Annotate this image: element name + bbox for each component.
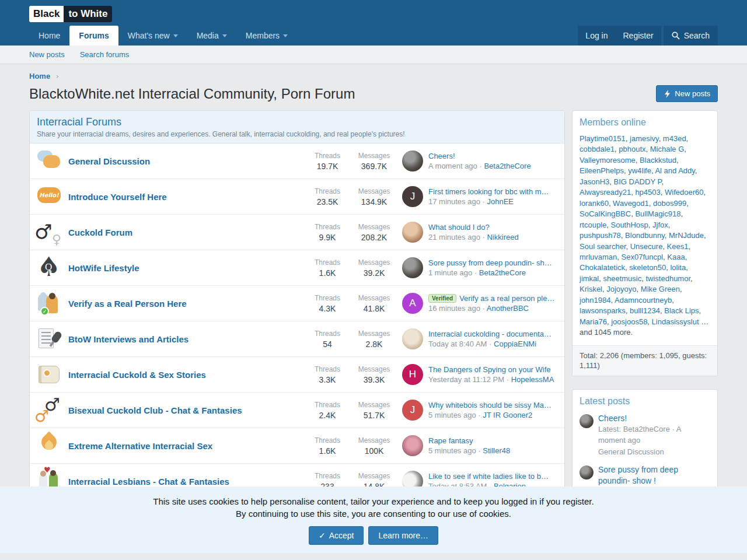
member-link[interactable]: MrNJdude [669, 231, 704, 240]
latest-post-user[interactable]: AnotherBBC [487, 304, 529, 313]
member-link[interactable]: Maria76 [580, 317, 607, 326]
member-link[interactable]: SouthHosp [610, 220, 648, 229]
latest-post-link[interactable]: First timers looking for bbc with m… [428, 187, 549, 196]
member-link[interactable]: EileenPhelps [580, 166, 624, 175]
avatar[interactable]: J [402, 400, 423, 421]
new-posts-button[interactable]: New posts [656, 85, 718, 102]
latest-post-user[interactable]: JohnEE [487, 197, 514, 206]
member-link[interactable]: Blondbunny [625, 231, 665, 240]
sidebar-latest-title[interactable]: Sore pussy from deep poundin- show ! [598, 465, 678, 485]
member-link[interactable]: m43ed [663, 134, 686, 143]
nav-tab-forums[interactable]: Forums [69, 26, 118, 46]
member-link[interactable]: Soul searcher [580, 242, 626, 251]
cookie-accept-button[interactable]: ✓ Accept [309, 526, 364, 545]
member-link[interactable]: Lindasissyslut [652, 317, 699, 326]
member-link[interactable]: JasonH3 [580, 177, 609, 186]
avatar[interactable] [402, 222, 423, 243]
member-link[interactable]: jamesivy [630, 134, 659, 143]
member-link[interactable]: Playtime0151 [580, 134, 626, 143]
latest-post-link[interactable]: Why whitebois should be sissy Ma… [428, 401, 551, 410]
member-link[interactable]: Jjfox [652, 220, 668, 229]
nav-tab-media[interactable]: Media [187, 26, 236, 46]
member-link[interactable]: Sex07funcpl [622, 253, 664, 261]
member-link[interactable]: hp4503 [635, 188, 660, 197]
member-link[interactable]: Jojoyoyo [606, 285, 636, 293]
forum-link[interactable]: HotWife Lifestyle [68, 263, 304, 273]
latest-post-link[interactable]: What should I do? [428, 223, 490, 232]
member-link[interactable]: BullMagic918 [635, 209, 680, 218]
search-button[interactable]: Search [664, 26, 718, 46]
avatar[interactable]: A [402, 293, 423, 314]
member-link[interactable]: twistedhumor [645, 274, 690, 283]
member-link[interactable]: lolita [670, 263, 686, 272]
member-link[interactable]: Blackkstud [640, 156, 676, 164]
avatar[interactable] [402, 257, 423, 278]
forum-link[interactable]: Cuckold Forum [68, 228, 304, 237]
member-link[interactable]: joosjoos58 [611, 317, 647, 326]
forum-link[interactable]: Extreme Alternative Interracial Sex [68, 441, 304, 451]
forum-link[interactable]: BtoW Interviews and Articles [68, 334, 304, 344]
latest-post-user[interactable]: Beta2theCore [479, 268, 526, 277]
forum-link[interactable]: Bisexual Cuckold Club - Chat & Fantasies [68, 405, 304, 415]
latest-post-link[interactable]: Like to see if white ladies like to b… [428, 472, 549, 481]
member-link[interactable]: Al and Addy [655, 166, 694, 175]
nav-tab-members[interactable]: Members [236, 26, 297, 46]
member-link[interactable]: Black Lips [664, 306, 699, 315]
member-link[interactable]: cobbdale1 [580, 145, 615, 153]
latest-post-user[interactable]: CoppiaENMi [494, 340, 536, 348]
avatar[interactable] [580, 466, 594, 480]
latest-post-link[interactable]: Rape fantasy [428, 436, 473, 445]
member-link[interactable]: Unsecure [630, 242, 663, 251]
nav-tab-what-s-new[interactable]: What's new [118, 26, 187, 46]
member-link[interactable]: Alwaysready21 [580, 188, 631, 197]
latest-post-user[interactable]: Beta2theCore [484, 162, 530, 170]
avatar[interactable]: H [402, 364, 423, 385]
forum-link[interactable]: Verify as a Real Person Here [68, 299, 304, 309]
forum-link[interactable]: General Discussion [68, 156, 304, 166]
site-logo[interactable]: Black to White [29, 6, 112, 22]
latest-post-user[interactable]: Stiller48 [483, 446, 510, 455]
login-link[interactable]: Log in [578, 26, 615, 46]
avatar[interactable] [402, 328, 423, 349]
member-link[interactable]: skeleton50 [629, 263, 666, 272]
forum-link[interactable]: Introduce Yourself Here [68, 192, 304, 202]
cookie-learn-more-button[interactable]: Learn more… [368, 526, 438, 545]
member-link[interactable]: bulll1234 [630, 306, 660, 315]
latest-post-link[interactable]: Sore pussy from deep poundin- sh… [428, 258, 552, 267]
member-link[interactable]: Mike Green [641, 285, 680, 293]
member-link[interactable]: Kriskel [580, 285, 602, 293]
member-link[interactable]: Chokalatetick [580, 263, 625, 272]
latest-post-user[interactable]: JT IR Gooner2 [483, 411, 532, 419]
member-link[interactable]: rtcouple [580, 220, 606, 229]
latest-post-link[interactable]: Verify as a real person ple… [459, 294, 554, 303]
forum-link[interactable]: Interracial Cuckold & Sex Stories [68, 370, 304, 380]
nav-tab-home[interactable]: Home [29, 26, 69, 46]
member-link[interactable]: Kaaa [667, 253, 685, 261]
member-link[interactable]: Kees1 [667, 242, 689, 251]
avatar[interactable] [402, 435, 423, 456]
subnav-link-search-forums[interactable]: Search forums [80, 50, 130, 59]
avatar[interactable]: J [402, 186, 423, 207]
member-link[interactable]: yw4life [628, 166, 651, 175]
subnav-link-new-posts[interactable]: New posts [29, 50, 65, 59]
member-link[interactable]: Wavegod1 [613, 199, 649, 208]
member-link[interactable]: sheetmusic [603, 274, 641, 283]
member-link[interactable]: jimkal [580, 274, 599, 283]
member-link[interactable]: Michale G [650, 145, 685, 153]
member-link[interactable]: Adamncourtneyb [615, 296, 672, 304]
avatar[interactable] [402, 150, 423, 172]
forum-link[interactable]: Interracial Lesbians - Chat & Fantasies [68, 477, 304, 487]
member-link[interactable]: BIG DADDY P [614, 177, 662, 186]
member-link[interactable]: lawsonsparks [580, 306, 626, 315]
member-link[interactable]: mrluvaman [580, 253, 617, 261]
sidebar-latest-title[interactable]: Cheers! [598, 414, 627, 423]
member-link[interactable]: SoCalKingBBC [580, 209, 631, 218]
breadcrumb-home-link[interactable]: Home [29, 72, 50, 80]
latest-post-link[interactable]: Interracial cuckolding - documenta… [428, 330, 551, 338]
latest-post-user[interactable]: Nikkireed [487, 233, 518, 242]
latest-post-link[interactable]: The Dangers of Spying on your Wife [428, 365, 551, 374]
category-title[interactable]: Interracial Forums [37, 116, 557, 128]
latest-post-user[interactable]: HopelessMA [511, 375, 554, 384]
latest-post-link[interactable]: Cheers! [428, 152, 455, 160]
avatar[interactable] [580, 414, 594, 428]
